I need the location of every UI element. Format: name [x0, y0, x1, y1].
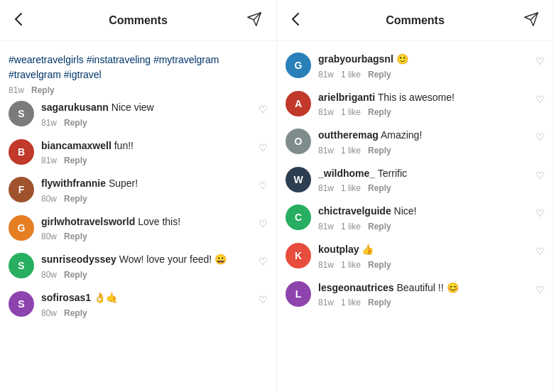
comment-text: outtheremag Amazing!	[318, 129, 422, 141]
heart-button[interactable]: ♡	[536, 284, 545, 295]
comment-time: 80w	[41, 270, 57, 280]
comment-reply-button[interactable]: Reply	[368, 107, 391, 117]
comment-body: sofirosas1 👌🤙80wReply	[41, 291, 268, 318]
comment-text: sofirosas1 👌🤙	[41, 292, 118, 303]
left-header-title: Comments	[109, 14, 168, 27]
comment-text: koutplay 👍	[318, 244, 374, 255]
comment-item: Kkoutplay 👍81w1 likeReply♡	[277, 237, 553, 276]
comment-time: 81w	[318, 70, 334, 80]
comment-body: biancamaxwell fun!!81wReply	[41, 139, 268, 166]
comment-reply-button[interactable]: Reply	[64, 308, 87, 318]
comment-reply-button[interactable]: Reply	[64, 194, 87, 204]
comment-text: arielbriganti This is awesome!	[318, 92, 455, 103]
comment-item: Ggirlwhotravelsworld Love this!80wReply♡	[0, 209, 276, 248]
heart-button[interactable]: ♡	[259, 104, 268, 115]
comment-text: _wildhome_ Terrific	[318, 168, 407, 179]
comment-meta: 81w1 likeReply	[318, 146, 545, 156]
comment-reply-button[interactable]: Reply	[368, 260, 391, 270]
comment-meta: 80wReply	[41, 308, 268, 318]
hashtag-reply-button[interactable]: Reply	[31, 85, 55, 95]
heart-button[interactable]: ♡	[536, 131, 545, 143]
left-header: Comments	[0, 0, 276, 41]
comment-time: 81w	[41, 118, 57, 128]
comment-meta: 81wReply	[41, 156, 268, 165]
comment-time: 81w	[318, 107, 334, 117]
avatar: S	[9, 291, 34, 317]
comment-body: grabyourbagsnl 🙂81w1 likeReply	[318, 53, 545, 80]
heart-button[interactable]: ♡	[259, 180, 268, 191]
right-send-button[interactable]	[521, 9, 542, 32]
comment-username: _wildhome_	[318, 168, 375, 179]
comment-body: outtheremag Amazing!81w1 likeReply	[318, 129, 545, 156]
comment-meta: 81w1 likeReply	[318, 222, 545, 232]
comment-reply-button[interactable]: Reply	[64, 156, 87, 165]
comment-time: 81w	[318, 222, 334, 232]
hashtag-time: 81w	[9, 85, 24, 95]
heart-button[interactable]: ♡	[536, 94, 545, 105]
comment-body: flywithfrannie Super!80wReply	[41, 177, 268, 204]
comment-body: sagarukusann Nice view81wReply	[41, 101, 268, 128]
comment-reply-button[interactable]: Reply	[368, 298, 391, 307]
comment-meta: 80wReply	[41, 270, 268, 280]
comment-meta: 81w1 likeReply	[318, 70, 545, 80]
left-comments-list: #wearetravelgirls #instatraveling #mytra…	[0, 41, 276, 392]
left-back-button[interactable]	[11, 10, 25, 31]
avatar: L	[286, 281, 311, 307]
comment-username: sofirosas1	[41, 292, 91, 303]
left-send-button[interactable]	[244, 9, 265, 32]
comment-item: Llesgeonautrices Beautiful !! 😊81w1 like…	[277, 276, 553, 314]
comment-username: girlwhotravelsworld	[41, 216, 135, 227]
avatar: A	[286, 91, 311, 116]
comment-username: grabyourbagsnl	[318, 53, 393, 65]
heart-button[interactable]: ♡	[536, 246, 545, 257]
comment-meta: 80wReply	[41, 194, 268, 204]
right-back-button[interactable]	[288, 10, 302, 31]
comment-reply-button[interactable]: Reply	[368, 222, 391, 232]
heart-button[interactable]: ♡	[536, 55, 545, 67]
comment-reply-button[interactable]: Reply	[368, 183, 391, 193]
comment-item: Ssunriseodyssey Wow! love your feed! 😀80…	[0, 247, 276, 285]
comment-likes: 1 like	[341, 260, 361, 270]
comment-item: Oouttheremag Amazing!81w1 likeReply♡	[277, 123, 553, 161]
comment-username: arielbriganti	[318, 92, 375, 103]
comment-body: chictravelguide Nice!81w1 likeReply	[318, 205, 545, 232]
heart-button[interactable]: ♡	[259, 142, 268, 153]
heart-button[interactable]: ♡	[259, 218, 268, 229]
comment-meta: 81w1 likeReply	[318, 183, 545, 193]
comment-reply-button[interactable]: Reply	[64, 118, 87, 128]
comment-username: flywithfrannie	[41, 178, 106, 189]
heart-button[interactable]: ♡	[536, 170, 545, 181]
heart-button[interactable]: ♡	[259, 294, 268, 305]
comment-reply-button[interactable]: Reply	[368, 70, 391, 80]
avatar: G	[286, 53, 311, 78]
right-header-title: Comments	[386, 14, 445, 27]
avatar: S	[9, 253, 34, 278]
comment-likes: 1 like	[341, 107, 361, 117]
comment-time: 81w	[318, 146, 334, 156]
comment-reply-button[interactable]: Reply	[64, 232, 87, 241]
comment-item: Cchictravelguide Nice!81w1 likeReply♡	[277, 199, 553, 237]
left-comments-container: Ssagarukusann Nice view81wReply♡Bbiancam…	[0, 95, 276, 324]
comment-item: Bbiancamaxwell fun!!81wReply♡	[0, 134, 276, 172]
comment-likes: 1 like	[341, 70, 361, 80]
comment-text: biancamaxwell fun!!	[41, 140, 134, 151]
comment-time: 80w	[41, 308, 57, 318]
comment-body: girlwhotravelsworld Love this!80wReply	[41, 215, 268, 242]
comment-time: 81w	[318, 260, 334, 270]
right-comments-container: Ggrabyourbagsnl 🙂81w1 likeReply♡Aarielbr…	[277, 47, 553, 313]
comment-text: sunriseodyssey Wow! love your feed! 😀	[41, 254, 227, 265]
comment-likes: 1 like	[341, 146, 361, 156]
comment-item: Ssagarukusann Nice view81wReply♡	[0, 95, 276, 134]
avatar: B	[9, 139, 34, 165]
heart-button[interactable]: ♡	[536, 207, 545, 219]
comment-reply-button[interactable]: Reply	[368, 146, 391, 156]
comment-meta: 81wReply	[41, 118, 268, 128]
comment-body: _wildhome_ Terrific81w1 likeReply	[318, 167, 545, 194]
right-comments-list: Ggrabyourbagsnl 🙂81w1 likeReply♡Aarielbr…	[277, 41, 553, 392]
heart-button[interactable]: ♡	[259, 256, 268, 267]
comment-item: Ssofirosas1 👌🤙80wReply♡	[0, 285, 276, 324]
comment-item: Fflywithfrannie Super!80wReply♡	[0, 171, 276, 209]
comment-reply-button[interactable]: Reply	[64, 270, 87, 280]
avatar: S	[9, 101, 34, 126]
comment-text: chictravelguide Nice!	[318, 205, 417, 217]
